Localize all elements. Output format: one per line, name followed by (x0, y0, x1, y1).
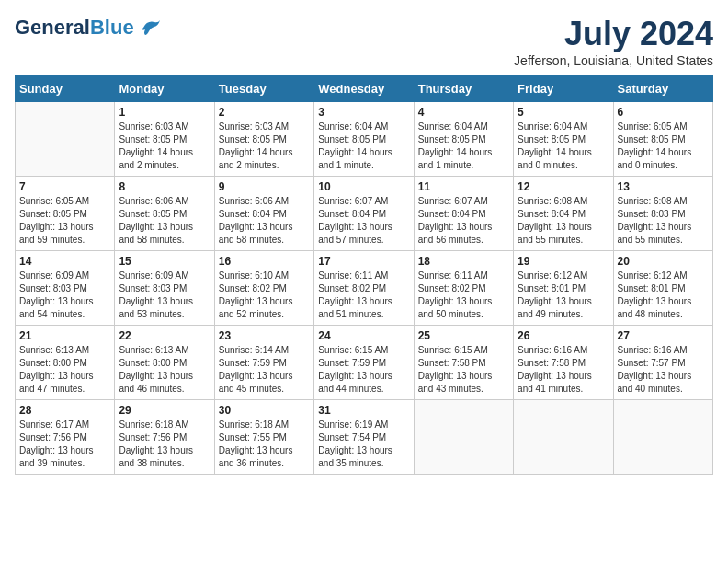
day-cell: 23Sunrise: 6:14 AM Sunset: 7:59 PM Dayli… (214, 326, 313, 400)
day-cell (414, 400, 513, 475)
day-info: Sunrise: 6:14 AM Sunset: 7:59 PM Dayligh… (219, 344, 310, 396)
day-info: Sunrise: 6:19 AM Sunset: 7:54 PM Dayligh… (318, 419, 409, 470)
day-number: 5 (518, 106, 609, 119)
day-info: Sunrise: 6:15 AM Sunset: 7:58 PM Dayligh… (418, 344, 509, 396)
day-info: Sunrise: 6:17 AM Sunset: 7:56 PM Dayligh… (19, 419, 110, 470)
day-cell: 12Sunrise: 6:08 AM Sunset: 8:04 PM Dayli… (514, 177, 613, 251)
day-cell: 2Sunrise: 6:03 AM Sunset: 8:05 PM Daylig… (214, 102, 313, 177)
page-header: GeneralBlue July 2024 Jefferson, Louisia… (15, 15, 713, 68)
weekday-header-sunday: Sunday (16, 76, 115, 102)
day-number: 26 (518, 329, 609, 342)
day-info: Sunrise: 6:09 AM Sunset: 8:03 PM Dayligh… (119, 270, 210, 321)
day-number: 14 (19, 255, 110, 268)
day-info: Sunrise: 6:06 AM Sunset: 8:04 PM Dayligh… (219, 195, 310, 247)
day-cell: 28Sunrise: 6:17 AM Sunset: 7:56 PM Dayli… (16, 400, 115, 475)
day-number: 31 (318, 404, 409, 417)
logo-general: General (15, 16, 90, 39)
day-cell: 29Sunrise: 6:18 AM Sunset: 7:56 PM Dayli… (115, 400, 214, 475)
day-info: Sunrise: 6:11 AM Sunset: 8:02 PM Dayligh… (418, 270, 509, 321)
week-row-5: 28Sunrise: 6:17 AM Sunset: 7:56 PM Dayli… (16, 400, 713, 475)
day-info: Sunrise: 6:10 AM Sunset: 8:02 PM Dayligh… (219, 270, 310, 321)
week-row-4: 21Sunrise: 6:13 AM Sunset: 8:00 PM Dayli… (16, 326, 713, 400)
day-number: 6 (618, 106, 709, 119)
day-number: 18 (418, 255, 509, 268)
day-number: 16 (219, 255, 310, 268)
day-number: 25 (418, 329, 509, 342)
day-cell: 10Sunrise: 6:07 AM Sunset: 8:04 PM Dayli… (314, 177, 414, 251)
day-cell: 25Sunrise: 6:15 AM Sunset: 7:58 PM Dayli… (414, 326, 513, 400)
logo-bird-icon (138, 15, 164, 40)
day-info: Sunrise: 6:13 AM Sunset: 8:00 PM Dayligh… (119, 344, 210, 396)
day-cell: 6Sunrise: 6:05 AM Sunset: 8:05 PM Daylig… (613, 102, 712, 177)
location-subtitle: Jefferson, Louisiana, United States (514, 53, 713, 68)
day-cell: 4Sunrise: 6:04 AM Sunset: 8:05 PM Daylig… (414, 102, 513, 177)
day-cell: 31Sunrise: 6:19 AM Sunset: 7:54 PM Dayli… (314, 400, 414, 475)
day-info: Sunrise: 6:07 AM Sunset: 8:04 PM Dayligh… (418, 195, 509, 247)
weekday-header-friday: Friday (514, 76, 613, 102)
day-cell: 3Sunrise: 6:04 AM Sunset: 8:05 PM Daylig… (314, 102, 414, 177)
day-number: 15 (119, 255, 210, 268)
day-info: Sunrise: 6:18 AM Sunset: 7:56 PM Dayligh… (119, 419, 210, 470)
day-cell: 22Sunrise: 6:13 AM Sunset: 8:00 PM Dayli… (115, 326, 214, 400)
day-cell: 27Sunrise: 6:16 AM Sunset: 7:57 PM Dayli… (613, 326, 712, 400)
day-info: Sunrise: 6:08 AM Sunset: 8:03 PM Dayligh… (618, 195, 709, 247)
title-area: July 2024 Jefferson, Louisiana, United S… (514, 15, 713, 68)
day-cell: 18Sunrise: 6:11 AM Sunset: 8:02 PM Dayli… (414, 251, 513, 326)
day-number: 12 (518, 180, 609, 193)
weekday-header-row: SundayMondayTuesdayWednesdayThursdayFrid… (16, 76, 713, 102)
day-cell: 11Sunrise: 6:07 AM Sunset: 8:04 PM Dayli… (414, 177, 513, 251)
day-cell: 26Sunrise: 6:16 AM Sunset: 7:58 PM Dayli… (514, 326, 613, 400)
day-info: Sunrise: 6:18 AM Sunset: 7:55 PM Dayligh… (219, 419, 310, 470)
day-cell: 5Sunrise: 6:04 AM Sunset: 8:05 PM Daylig… (514, 102, 613, 177)
day-number: 19 (518, 255, 609, 268)
day-cell: 1Sunrise: 6:03 AM Sunset: 8:05 PM Daylig… (115, 102, 214, 177)
week-row-3: 14Sunrise: 6:09 AM Sunset: 8:03 PM Dayli… (16, 251, 713, 326)
day-info: Sunrise: 6:05 AM Sunset: 8:05 PM Dayligh… (618, 121, 709, 172)
day-number: 3 (318, 106, 409, 119)
day-cell (613, 400, 712, 475)
day-info: Sunrise: 6:13 AM Sunset: 8:00 PM Dayligh… (19, 344, 110, 396)
day-number: 20 (618, 255, 709, 268)
day-cell: 9Sunrise: 6:06 AM Sunset: 8:04 PM Daylig… (214, 177, 313, 251)
day-number: 23 (219, 329, 310, 342)
day-info: Sunrise: 6:16 AM Sunset: 7:57 PM Dayligh… (618, 344, 709, 396)
day-cell: 7Sunrise: 6:05 AM Sunset: 8:05 PM Daylig… (16, 177, 115, 251)
day-number: 17 (318, 255, 409, 268)
weekday-header-thursday: Thursday (414, 76, 513, 102)
day-info: Sunrise: 6:05 AM Sunset: 8:05 PM Dayligh… (19, 195, 110, 247)
day-number: 2 (219, 106, 310, 119)
day-info: Sunrise: 6:11 AM Sunset: 8:02 PM Dayligh… (318, 270, 409, 321)
day-info: Sunrise: 6:09 AM Sunset: 8:03 PM Dayligh… (19, 270, 110, 321)
weekday-header-saturday: Saturday (613, 76, 712, 102)
day-info: Sunrise: 6:08 AM Sunset: 8:04 PM Dayligh… (518, 195, 609, 247)
weekday-header-wednesday: Wednesday (314, 76, 414, 102)
day-cell: 13Sunrise: 6:08 AM Sunset: 8:03 PM Dayli… (613, 177, 712, 251)
day-info: Sunrise: 6:07 AM Sunset: 8:04 PM Dayligh… (318, 195, 409, 247)
day-info: Sunrise: 6:03 AM Sunset: 8:05 PM Dayligh… (119, 121, 210, 172)
day-info: Sunrise: 6:15 AM Sunset: 7:59 PM Dayligh… (318, 344, 409, 396)
day-number: 29 (119, 404, 210, 417)
week-row-2: 7Sunrise: 6:05 AM Sunset: 8:05 PM Daylig… (16, 177, 713, 251)
day-cell: 19Sunrise: 6:12 AM Sunset: 8:01 PM Dayli… (514, 251, 613, 326)
day-cell: 17Sunrise: 6:11 AM Sunset: 8:02 PM Dayli… (314, 251, 414, 326)
day-cell: 16Sunrise: 6:10 AM Sunset: 8:02 PM Dayli… (214, 251, 313, 326)
month-title: July 2024 (514, 15, 713, 53)
day-number: 4 (418, 106, 509, 119)
day-cell: 14Sunrise: 6:09 AM Sunset: 8:03 PM Dayli… (16, 251, 115, 326)
logo-blue: Blue (90, 16, 134, 39)
week-row-1: 1Sunrise: 6:03 AM Sunset: 8:05 PM Daylig… (16, 102, 713, 177)
day-number: 21 (19, 329, 110, 342)
calendar-table: SundayMondayTuesdayWednesdayThursdayFrid… (15, 75, 713, 475)
day-number: 27 (618, 329, 709, 342)
day-info: Sunrise: 6:12 AM Sunset: 8:01 PM Dayligh… (618, 270, 709, 321)
day-number: 28 (19, 404, 110, 417)
day-cell: 20Sunrise: 6:12 AM Sunset: 8:01 PM Dayli… (613, 251, 712, 326)
day-cell: 24Sunrise: 6:15 AM Sunset: 7:59 PM Dayli… (314, 326, 414, 400)
day-info: Sunrise: 6:06 AM Sunset: 8:05 PM Dayligh… (119, 195, 210, 247)
day-info: Sunrise: 6:04 AM Sunset: 8:05 PM Dayligh… (418, 121, 509, 172)
day-info: Sunrise: 6:12 AM Sunset: 8:01 PM Dayligh… (518, 270, 609, 321)
day-info: Sunrise: 6:16 AM Sunset: 7:58 PM Dayligh… (518, 344, 609, 396)
day-number: 11 (418, 180, 509, 193)
day-number: 9 (219, 180, 310, 193)
day-cell: 21Sunrise: 6:13 AM Sunset: 8:00 PM Dayli… (16, 326, 115, 400)
